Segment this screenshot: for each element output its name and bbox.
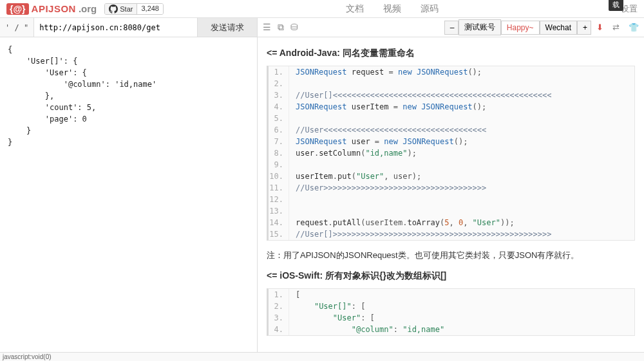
section-android-title: <= Android-Java: 同名变量需重命名 xyxy=(267,48,635,59)
tab-plus[interactable]: + xyxy=(577,21,591,35)
code-line: 2. xyxy=(269,78,634,89)
code-line: 2. "User[]": [ xyxy=(269,301,634,312)
github-icon xyxy=(109,5,118,14)
tab-happy[interactable]: Happy~ xyxy=(501,21,540,35)
response-pane: ☰ ⧉ ⛁ – 测试账号 Happy~ Wechat + ⬇ ⇄ 👕 <= An… xyxy=(258,18,644,352)
code-content: <= Android-Java: 同名变量需重命名 1.JSONRequest … xyxy=(258,37,644,352)
code-line: 1.[ xyxy=(269,289,634,301)
code-line: 1.JSONRequest request = new JSONRequest(… xyxy=(269,66,634,78)
download-tooltip: 下载 xyxy=(609,0,623,11)
download-icon[interactable]: ⬇ xyxy=(596,23,603,32)
code-line: 4.JSONRequest userItem = new JSONRequest… xyxy=(269,101,634,113)
account-tabs: – 测试账号 Happy~ Wechat + xyxy=(444,19,591,35)
code-line: 8.user.setColumn("id,name"); xyxy=(269,147,634,159)
request-pane: ' / " 发送请求 { 'User[]': { 'User': { '@col… xyxy=(0,18,258,352)
code-line: 4. "@column": "id,name" xyxy=(269,324,634,335)
code-line: 11.//User>>>>>>>>>>>>>>>>>>>>>>>>>>>>>>>… xyxy=(269,182,634,194)
code-line: 12. xyxy=(269,194,634,205)
logo-badge: {@} xyxy=(6,3,29,15)
app-header: {@} APIJSON .org Star 3,248 文档 视频 源码 下载 … xyxy=(0,0,644,18)
nav-docs[interactable]: 文档 xyxy=(346,3,364,15)
code-line: 15.//User[]>>>>>>>>>>>>>>>>>>>>>>>>>>>>>… xyxy=(269,228,634,240)
tab-test-account[interactable]: 测试账号 xyxy=(459,19,501,35)
nav-source[interactable]: 源码 xyxy=(421,3,439,15)
section-ios-title: <= iOS-Swift: 所有对象标识{}改为数组标识[] xyxy=(267,270,635,282)
url-quote-toggle[interactable]: ' / " xyxy=(0,18,34,37)
send-button[interactable]: 发送请求 xyxy=(197,18,257,37)
tab-wechat[interactable]: Wechat xyxy=(540,21,577,35)
request-body-editor[interactable]: { 'User[]': { 'User': { '@column': 'id,n… xyxy=(0,37,257,352)
code-line: 7.JSONRequest user = new JSONRequest(); xyxy=(269,136,634,147)
code-line: 10.userItem.put("User", user); xyxy=(269,171,634,182)
code-ios: 1.[2. "User[]": [3. "User": [4. "@column… xyxy=(267,288,635,336)
note-text: 注：用了APIJSON的JSONRequest类。也可使用其它类封装，只要JSO… xyxy=(267,250,635,261)
nav-video[interactable]: 视频 xyxy=(383,3,401,15)
github-star-count: 3,248 xyxy=(137,4,163,14)
db-icon[interactable]: ⛁ xyxy=(290,22,298,33)
code-line: 3. "User": [ xyxy=(269,312,634,324)
nav-right: 下载 设置 xyxy=(621,3,638,15)
code-line: 14.request.putAll(userItem.toArray(5, 0,… xyxy=(269,217,634,228)
list-icon[interactable]: ☰ xyxy=(263,22,271,33)
code-android: 1.JSONRequest request = new JSONRequest(… xyxy=(267,66,635,241)
github-star-label: Star xyxy=(120,5,133,13)
code-line: 13. xyxy=(269,205,634,217)
url-input[interactable] xyxy=(34,18,197,37)
logo[interactable]: {@} APIJSON .org xyxy=(6,3,97,15)
code-line: 3.//User[]<<<<<<<<<<<<<<<<<<<<<<<<<<<<<<… xyxy=(269,89,634,101)
code-line: 6.//User<<<<<<<<<<<<<<<<<<<<<<<<<<<<<<<<… xyxy=(269,124,634,136)
github-star-widget[interactable]: Star 3,248 xyxy=(104,3,164,15)
code-line: 9. xyxy=(269,159,634,171)
status-bar: javascript:void(0) xyxy=(0,352,644,361)
code-line: 5. xyxy=(269,113,634,124)
logo-suffix: .org xyxy=(79,3,97,14)
logo-text: APIJSON xyxy=(32,3,76,14)
copy-icon[interactable]: ⧉ xyxy=(278,22,284,33)
shirt-icon[interactable]: 👕 xyxy=(629,23,639,32)
top-nav: 文档 视频 源码 xyxy=(164,3,621,15)
tab-minus[interactable]: – xyxy=(444,21,459,35)
toolbar: ☰ ⧉ ⛁ – 测试账号 Happy~ Wechat + ⬇ ⇄ 👕 xyxy=(258,18,644,37)
share-icon[interactable]: ⇄ xyxy=(612,23,620,32)
url-row: ' / " 发送请求 xyxy=(0,18,257,37)
